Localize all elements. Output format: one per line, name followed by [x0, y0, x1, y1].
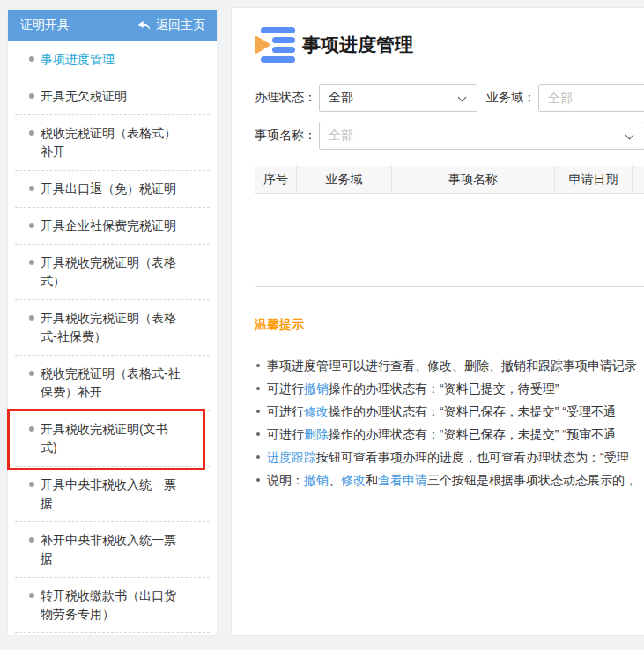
bullet-dot-icon: [29, 426, 34, 432]
bullet-dot-icon: [256, 364, 260, 367]
tip-line: 可进行删除操作的办理状态有：“资料已保存，未提交” “预审不通: [255, 423, 644, 446]
sidebar-item[interactable]: 开具企业社保费完税证明: [15, 208, 210, 245]
sidebar-item[interactable]: 开具无欠税证明: [15, 78, 210, 115]
sidebar-item-label: 税收完税证明（表格式）补开: [41, 126, 176, 159]
sidebar-item[interactable]: 税收完税证明（表格式）补开: [15, 115, 210, 171]
status-filter-label: 办理状态：: [255, 90, 316, 106]
bullet-dot-icon: [29, 186, 34, 191]
tip-line: 进度跟踪按钮可查看事项办理的进度，也可查看办理状态为：“受理: [255, 446, 644, 469]
tip-text: 事项进度管理可以进行查看、修改、删除、撤销和跟踪事项申请记录: [267, 358, 637, 373]
highlight-box: [7, 409, 205, 470]
bullet-dot-icon: [29, 260, 34, 265]
tip-line: 可进行修改操作的办理状态有：“资料已保存，未提交” “受理不通: [255, 400, 644, 423]
table-header-cell: 申请日期: [555, 166, 633, 194]
tips-section: 温馨提示 事项进度管理可以进行查看、修改、删除、撤销和跟踪事项申请记录可进行撤销…: [255, 317, 644, 491]
bullet-dot-icon: [256, 410, 260, 413]
sidebar-item-label: 开具税收完税证明（表格式-社保费）: [41, 311, 176, 343]
bullet-dot-icon: [256, 478, 260, 482]
tip-line: 可进行撤销操作的办理状态有：“资料已提交，待受理”: [255, 377, 644, 400]
tip-text: 可进行: [267, 381, 304, 395]
sidebar-item[interactable]: 事项进度管理: [15, 41, 210, 78]
sidebar-item[interactable]: 税收完税证明（表格式-社保费）补开: [15, 356, 210, 411]
sidebar-item-label: 开具中央非税收入统一票据: [41, 477, 176, 510]
sidebar-item[interactable]: 补开中央非税收入统一票据: [15, 522, 210, 578]
sidebar-item-label: 开具企业社保费完税证明: [41, 218, 176, 233]
domain-filter-label: 业务域：: [486, 90, 536, 106]
sidebar-item[interactable]: 开具税收完税证明（表格式）: [15, 245, 210, 300]
sidebar-header: 证明开具 返回主页: [8, 10, 217, 41]
chevron-down-icon: [625, 131, 634, 140]
tip-text: 操作的办理状态有：“资料已提交，待受理”: [329, 381, 559, 395]
table-header-cell: [633, 166, 644, 194]
tip-link[interactable]: 修改: [304, 404, 329, 418]
sidebar-item-label: 开具税收完税证明（表格式）: [41, 255, 176, 288]
tip-link[interactable]: 撤销: [304, 473, 329, 487]
tip-text: 三个按钮是根据事项状态动态展示的，: [427, 473, 637, 487]
bullet-dot-icon: [29, 593, 34, 598]
status-select[interactable]: 全部: [319, 84, 477, 112]
main-panel: 事项进度管理 办理状态： 全部 业务域： 事项名称： 全部 序号业务域事项名称申…: [231, 7, 644, 636]
sidebar-item[interactable]: 转开税收缴款书（出口货物劳务专用）: [15, 578, 210, 633]
page-title-row: 事项进度管理: [255, 26, 644, 64]
tip-text: 可进行: [267, 427, 304, 441]
sidebar-item-label: 开具出口退（免）税证明: [41, 181, 176, 196]
list-play-icon: [255, 27, 297, 63]
tips-title: 温馨提示: [255, 317, 644, 333]
sidebar-title: 证明开具: [20, 18, 70, 33]
bullet-dot-icon: [29, 93, 34, 99]
bullet-dot-icon: [256, 387, 260, 390]
back-home-label: 返回主页: [156, 18, 205, 33]
bullet-dot-icon: [29, 482, 34, 487]
tip-link[interactable]: 进度跟踪: [267, 450, 316, 464]
reply-arrow-icon: [137, 20, 151, 32]
sidebar-item-label: 补开中央非税收入统一票据: [41, 533, 176, 565]
chevron-down-icon: [458, 93, 467, 102]
item-name-filter-label: 事项名称：: [255, 128, 316, 144]
table-header-cell: 序号: [255, 166, 297, 194]
sidebar-item-label: 开具无欠税证明: [41, 89, 127, 103]
bullet-dot-icon: [256, 432, 260, 436]
results-table: 序号业务域事项名称申请日期: [255, 166, 644, 287]
tip-text: 可进行: [267, 404, 304, 418]
tip-text: 操作的办理状态有：“资料已保存，未提交” “预审不通: [329, 427, 616, 441]
back-home-link[interactable]: 返回主页: [137, 18, 205, 33]
bullet-dot-icon: [29, 371, 34, 376]
filter-area: 办理状态： 全部 业务域： 事项名称： 全部: [255, 84, 644, 150]
tip-text: 和: [366, 473, 378, 487]
divider: [255, 343, 644, 343]
tip-link[interactable]: 修改: [341, 473, 366, 487]
tip-line: 事项进度管理可以进行查看、修改、删除、撤销和跟踪事项申请记录: [255, 354, 644, 377]
item-name-select-value: 全部: [329, 128, 353, 144]
table-empty-body: [255, 194, 644, 287]
bullet-dot-icon: [256, 455, 260, 459]
tip-text: 说明：: [267, 473, 304, 487]
tip-link[interactable]: 删除: [304, 427, 329, 441]
bullet-dot-icon: [29, 130, 34, 136]
table-header-cell: 业务域: [297, 166, 392, 194]
filter-row-1: 办理状态： 全部 业务域：: [255, 84, 644, 112]
sidebar-item[interactable]: 开具中央非税收入统一票据: [15, 467, 210, 522]
tip-text: 、: [329, 473, 341, 487]
table-header-cell: 事项名称: [392, 166, 555, 194]
bullet-dot-icon: [29, 223, 34, 228]
bullet-dot-icon: [29, 537, 34, 543]
tip-text: 按钮可查看事项办理的进度，也可查看办理状态为：“受理: [316, 450, 629, 464]
domain-input[interactable]: [538, 84, 644, 112]
sidebar-item[interactable]: 开具税收完税证明(文书式): [15, 411, 210, 467]
item-name-select[interactable]: 全部: [319, 122, 644, 150]
tips-list: 事项进度管理可以进行查看、修改、删除、撤销和跟踪事项申请记录可进行撤销操作的办理…: [255, 354, 644, 491]
sidebar: 证明开具 返回主页 事项进度管理开具无欠税证明税收完税证明（表格式）补开开具出口…: [7, 9, 218, 636]
table-header-row: 序号业务域事项名称申请日期: [255, 166, 644, 194]
sidebar-item-label: 转开税收缴款书（出口货物劳务专用）: [41, 588, 176, 621]
tip-line: 说明：撤销、修改和查看申请三个按钮是根据事项状态动态展示的，: [255, 469, 644, 491]
sidebar-item[interactable]: 开具出口退（免）税证明: [15, 171, 210, 208]
status-select-value: 全部: [329, 90, 353, 106]
sidebar-item[interactable]: 开具税收完税证明（表格式-社保费）: [15, 300, 210, 356]
bullet-dot-icon: [29, 315, 34, 321]
tip-text: 操作的办理状态有：“资料已保存，未提交” “受理不通: [329, 404, 616, 418]
tip-link[interactable]: 查看申请: [378, 473, 427, 487]
page-title: 事项进度管理: [302, 33, 413, 57]
sidebar-menu: 事项进度管理开具无欠税证明税收完税证明（表格式）补开开具出口退（免）税证明开具企…: [8, 41, 217, 633]
tip-link[interactable]: 撤销: [304, 381, 329, 395]
sidebar-item-label: 开具税收完税证明(文书式): [41, 422, 168, 454]
